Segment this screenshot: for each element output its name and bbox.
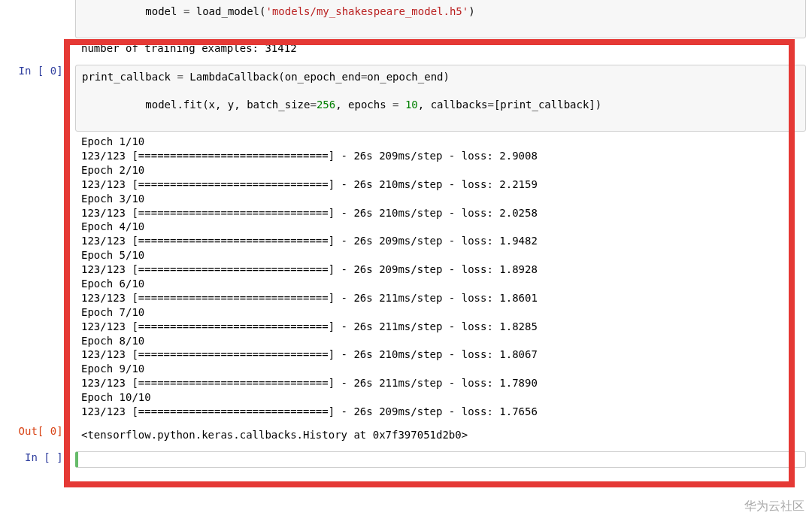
epoch-header: Epoch 1/10 [81, 135, 800, 149]
watermark: 华为云社区 [744, 499, 804, 514]
epoch-header: Epoch 2/10 [81, 163, 800, 178]
epoch-progress-line: 123/123 [==============================]… [81, 178, 800, 192]
code-cell-train: In [ 0]: print_callback = LambdaCallback… [6, 65, 806, 422]
epoch-header: Epoch 7/10 [81, 305, 800, 320]
epoch-header: Epoch 9/10 [81, 362, 800, 376]
epoch-progress-line: 123/123 [==============================]… [81, 405, 800, 419]
out-text: <tensorflow.python.keras.callbacks.Histo… [75, 425, 806, 445]
code-input-train[interactable]: print_callback = LambdaCallback(on_epoch… [75, 65, 806, 132]
code-input-empty[interactable] [75, 451, 806, 468]
epoch-header: Epoch 5/10 [81, 248, 800, 263]
epoch-progress-line: 123/123 [==============================]… [81, 320, 800, 334]
epoch-header: Epoch 4/10 [81, 220, 800, 234]
code-cell-top: model = load_model('models/my_shakespear… [6, 0, 806, 59]
out-cell: Out[ 0]: <tensorflow.python.keras.callba… [6, 425, 806, 445]
epoch-progress-line: 123/123 [==============================]… [81, 348, 800, 362]
training-output: Epoch 1/10123/123 [=====================… [75, 132, 806, 422]
epoch-progress-line: 123/123 [==============================]… [81, 376, 800, 390]
prompt-out: Out[ 0]: [6, 425, 75, 437]
prompt-in-train: In [ 0]: [6, 65, 75, 77]
prompt-in-empty: In [ ]: [6, 451, 75, 463]
cell0-output: number of training examples: 31412 [75, 38, 806, 59]
epoch-progress-line: 123/123 [==============================]… [81, 206, 800, 220]
model-path-string: 'models/my_shakespeare_model.h5' [265, 5, 468, 17]
epoch-header: Epoch 6/10 [81, 277, 800, 291]
code-input-top[interactable]: model = load_model('models/my_shakespear… [75, 0, 806, 38]
epoch-header: Epoch 8/10 [81, 334, 800, 348]
epoch-header: Epoch 10/10 [81, 390, 800, 405]
epoch-progress-line: 123/123 [==============================]… [81, 263, 800, 277]
epoch-header: Epoch 3/10 [81, 192, 800, 206]
epoch-progress-line: 123/123 [==============================]… [81, 149, 800, 163]
epoch-progress-line: 123/123 [==============================]… [81, 291, 800, 305]
epoch-progress-line: 123/123 [==============================]… [81, 234, 800, 248]
code-cell-empty: In [ ]: [6, 451, 806, 468]
